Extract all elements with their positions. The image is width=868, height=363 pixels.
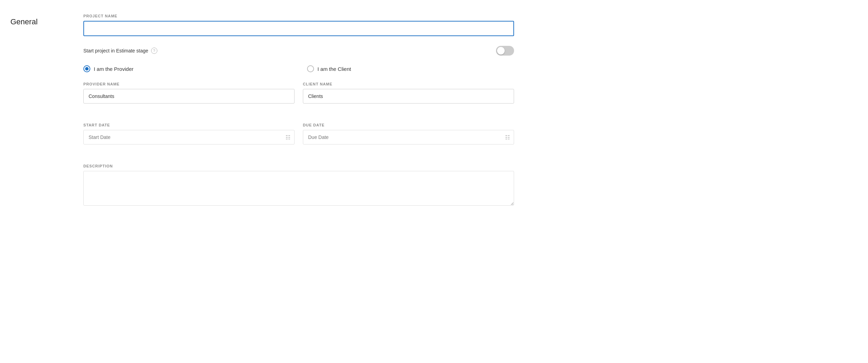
role-radio-row: I am the Provider I am the Client [83,65,514,72]
toggle-label-group: Start project in Estimate stage ? [83,48,157,54]
description-group: DESCRIPTION [83,164,514,207]
due-date-label: DUE DATE [303,123,514,127]
due-date-input[interactable] [303,130,514,145]
start-date-input[interactable] [83,130,295,145]
due-date-wrapper: ☷ [303,130,514,145]
client-radio-label: I am the Client [317,66,351,72]
provider-radio-option[interactable]: I am the Provider [83,65,290,72]
start-date-wrapper: ☷ [83,130,295,145]
description-textarea[interactable] [83,171,514,206]
provider-name-label: PROVIDER NAME [83,82,295,86]
provider-name-input[interactable] [83,89,295,104]
names-row: PROVIDER NAME CLIENT NAME [83,82,514,113]
description-label: DESCRIPTION [83,164,514,168]
estimate-toggle-row: Start project in Estimate stage ? [83,46,514,56]
estimate-toggle-switch[interactable] [496,46,514,56]
project-name-group: PROJECT NAME [83,14,514,36]
client-radio-option[interactable]: I am the Client [307,65,514,72]
due-date-group: DUE DATE ☷ [303,123,514,145]
provider-radio-label: I am the Provider [94,66,133,72]
client-name-input[interactable] [303,89,514,104]
start-date-group: START DATE ☷ [83,123,295,145]
provider-name-group: PROVIDER NAME [83,82,295,104]
page-title: General [10,17,66,26]
start-date-label: START DATE [83,123,295,127]
client-name-label: CLIENT NAME [303,82,514,86]
help-icon[interactable]: ? [151,48,157,54]
project-name-input[interactable] [83,21,514,36]
estimate-toggle-label: Start project in Estimate stage [83,48,148,53]
provider-radio-circle [83,65,90,72]
client-radio-circle [307,65,314,72]
project-name-label: PROJECT NAME [83,14,514,18]
client-name-group: CLIENT NAME [303,82,514,104]
toggle-thumb [497,47,505,55]
dates-row: START DATE ☷ DUE DATE ☷ [83,123,514,154]
